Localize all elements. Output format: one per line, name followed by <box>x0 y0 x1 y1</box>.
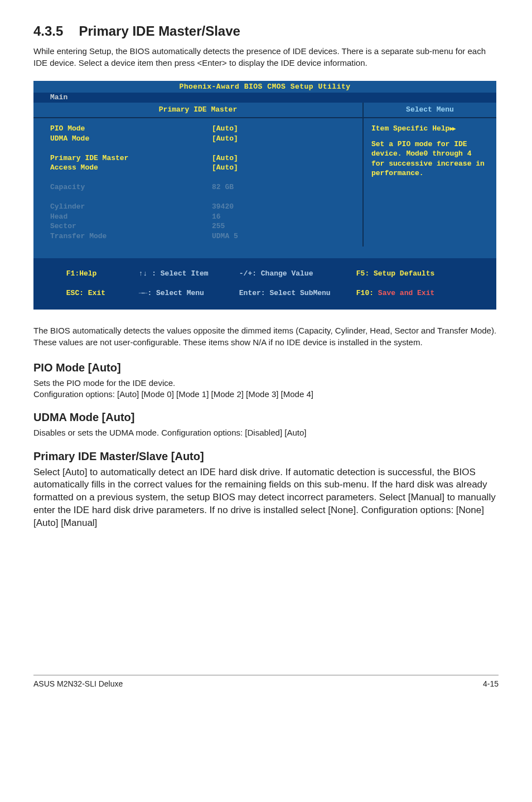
udma-mode-heading: UDMA Mode [Auto] <box>33 410 499 425</box>
bios-row-label: Primary IDE Master <box>50 153 212 163</box>
bios-row-label: Head <box>50 212 212 222</box>
bios-row-value: [Auto] <box>212 163 238 173</box>
primary-ide-heading: Primary IDE Master/Slave [Auto] <box>33 449 499 464</box>
bios-row-label: Access Mode <box>50 163 212 173</box>
bios-row-label: PIO Mode <box>50 124 212 134</box>
bios-row-label: Capacity <box>50 182 212 192</box>
section-intro: While entering Setup, the BIOS automatic… <box>33 46 499 69</box>
bios-row-capacity: Capacity 82 GB <box>50 182 351 192</box>
bios-row-value: 16 <box>212 212 221 222</box>
bios-row-spacer <box>50 173 351 183</box>
section-title-text: Primary IDE Master/Slave <box>79 23 240 38</box>
bios-title: Phoenix-Award BIOS CMOS Setup Utility <box>33 81 496 93</box>
footer-product: ASUS M2N32-SLI Deluxe <box>33 679 123 689</box>
bios-help-heading: Item Specific Help▶▶ <box>371 124 489 134</box>
footer-updown: ↑↓ : Select Item <box>139 269 209 278</box>
footer-esc: ESC: Exit <box>66 289 105 297</box>
bios-row-head: Head 16 <box>50 212 351 222</box>
bios-tabbar: Main <box>33 93 496 103</box>
bios-help-content: Item Specific Help▶▶ Set a PIO mode for … <box>362 118 496 247</box>
primary-ide-desc: Select [Auto] to automatically detect an… <box>33 466 499 530</box>
section-number: 4.3.5 <box>33 22 63 40</box>
footer-f10: F10: Save and Exit <box>356 289 434 297</box>
bios-row-label: UDMA Mode <box>50 134 212 144</box>
bios-row-value: [Auto] <box>212 134 238 144</box>
pio-mode-desc: Sets the PIO mode for the IDE device. Co… <box>33 378 499 400</box>
bios-row-cylinder: Cylinder 39420 <box>50 202 351 212</box>
bios-row-value: UDMA 5 <box>212 231 238 241</box>
bios-tab-main[interactable]: Main <box>46 93 72 103</box>
page-footer: ASUS M2N32-SLI Deluxe 4-15 <box>33 675 499 689</box>
bios-row-primary-master[interactable]: Primary IDE Master [Auto] <box>50 153 351 163</box>
footer-leftright: →←: Select Menu <box>139 289 204 297</box>
bios-left-title: Primary IDE Master <box>33 103 362 118</box>
bios-right-title: Select Menu <box>362 103 496 118</box>
help-arrow-icon: ▶▶ <box>449 125 454 132</box>
bios-row-access-mode[interactable]: Access Mode [Auto] <box>50 163 351 173</box>
bios-row-spacer <box>50 143 351 153</box>
post-bios-paragraph: The BIOS automatically detects the value… <box>33 325 499 348</box>
bios-row-label: Transfer Mode <box>50 231 212 241</box>
bios-row-spacer <box>50 192 351 202</box>
bios-row-pio[interactable]: PIO Mode [Auto] <box>50 124 351 134</box>
bios-footer: F1:Help ESC: Exit ↑↓ : Select Item →←: S… <box>33 258 496 310</box>
bios-left-content: PIO Mode [Auto] UDMA Mode [Auto] Primary… <box>33 118 362 258</box>
bios-left-pane: Primary IDE Master PIO Mode [Auto] UDMA … <box>33 103 362 258</box>
bios-row-value: 255 <box>212 221 225 231</box>
bios-row-value: [Auto] <box>212 124 238 134</box>
bios-row-label: Cylinder <box>50 202 212 212</box>
bios-row-value: 82 GB <box>212 182 234 192</box>
pio-mode-heading: PIO Mode [Auto] <box>33 360 499 375</box>
udma-mode-desc: Disables or sets the UDMA mode. Configur… <box>33 427 499 438</box>
footer-f5: F5: Setup Defaults <box>356 269 434 278</box>
footer-f1: F1:Help <box>66 269 97 278</box>
footer-page-number: 4-15 <box>483 679 499 689</box>
bios-right-pane: Select Menu Item Specific Help▶▶ Set a P… <box>362 103 496 258</box>
bios-row-value: 39420 <box>212 202 234 212</box>
bios-row-value: [Auto] <box>212 153 238 163</box>
footer-change: -/+: Change Value <box>239 269 313 278</box>
section-heading: 4.3.5Primary IDE Master/Slave <box>33 22 499 40</box>
bios-panel: Phoenix-Award BIOS CMOS Setup Utility Ma… <box>33 81 496 310</box>
bios-row-udma[interactable]: UDMA Mode [Auto] <box>50 134 351 144</box>
bios-row-label: Sector <box>50 221 212 231</box>
footer-enter: Enter: Select SubMenu <box>239 289 331 297</box>
bios-help-body: Set a PIO mode for IDE device. Mode0 thr… <box>371 139 489 178</box>
bios-row-transfer-mode: Transfer Mode UDMA 5 <box>50 231 351 241</box>
bios-row-sector: Sector 255 <box>50 221 351 231</box>
